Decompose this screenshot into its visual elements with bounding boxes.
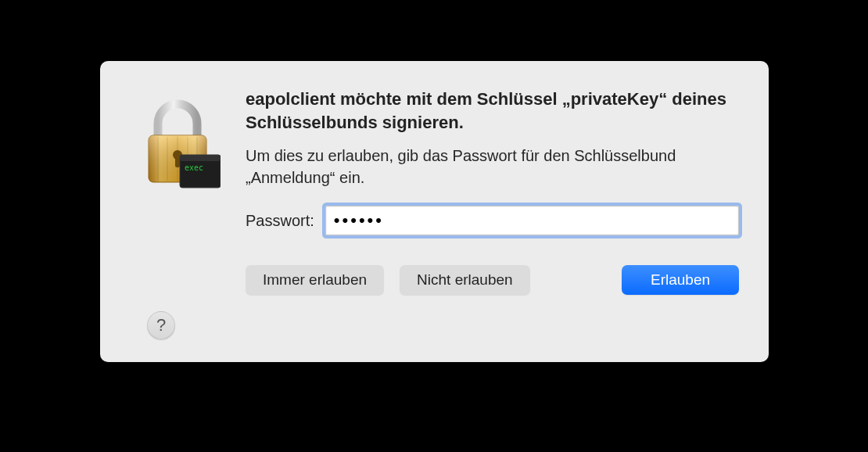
help-button[interactable]: ? (147, 311, 175, 339)
lock-icon: exec (135, 92, 221, 194)
password-input[interactable] (325, 206, 739, 235)
password-label: Passwort: (246, 212, 314, 230)
svg-rect-10 (180, 155, 221, 161)
dialog-content: eapolclient möchte mit dem Schlüssel „pr… (239, 88, 739, 340)
keychain-permission-dialog: exec ? eapolclient möchte mit dem Schlüs… (100, 61, 769, 362)
button-row: Immer erlauben Nicht erlauben Erlauben (246, 265, 739, 295)
svg-rect-8 (175, 156, 180, 167)
password-row: Passwort: (246, 206, 739, 235)
dialog-subtitle: Um dies zu erlauben, gib das Passwort fü… (246, 145, 739, 188)
deny-button[interactable]: Nicht erlauben (400, 265, 530, 295)
allow-button[interactable]: Erlauben (622, 265, 739, 295)
dialog-title: eapolclient möchte mit dem Schlüssel „pr… (246, 88, 739, 134)
svg-text:exec: exec (185, 163, 203, 172)
dialog-icon-column: exec ? (130, 88, 239, 340)
help-icon: ? (156, 315, 166, 335)
always-allow-button[interactable]: Immer erlauben (246, 265, 384, 295)
